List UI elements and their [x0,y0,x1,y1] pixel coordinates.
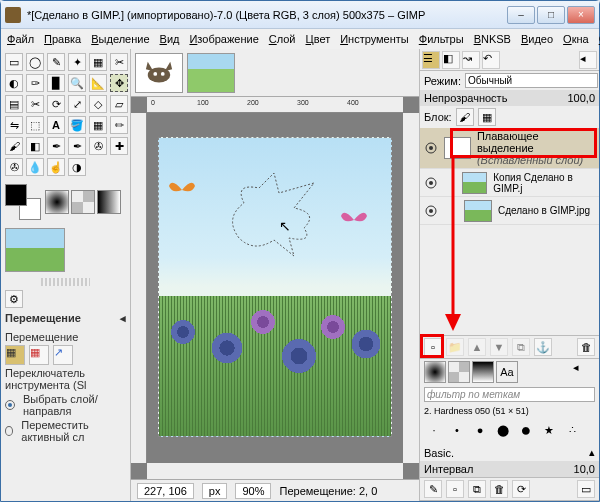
menu-tools[interactable]: Инструменты [340,33,409,45]
layer-group-button[interactable]: 📁 [446,338,464,356]
menu-view[interactable]: Вид [160,33,180,45]
radio-pick-layer[interactable] [5,400,15,410]
tool-picker[interactable]: ▉ [47,74,65,92]
brush-refresh-button[interactable]: ⟳ [512,480,530,498]
menu-windows[interactable]: Окна [563,33,589,45]
close-button[interactable]: × [567,6,595,24]
tool-crop[interactable]: ✂ [26,95,44,113]
tool-pencil[interactable]: ✏ [110,116,128,134]
brush-new-button[interactable]: ▫ [446,480,464,498]
tool-move[interactable]: ✥ [110,74,128,92]
lock-pixels-icon[interactable]: 🖌 [456,108,474,126]
active-brush[interactable] [45,190,69,214]
lock-alpha-icon[interactable]: ▦ [478,108,496,126]
tool-flip[interactable]: ⇋ [5,116,23,134]
tool-pclone[interactable]: ✇ [5,158,23,176]
tool-blur[interactable]: 💧 [26,158,44,176]
layer-down-button[interactable]: ▼ [490,338,508,356]
tool-scissors[interactable]: ✂ [110,53,128,71]
brush-dup-button[interactable]: ⧉ [468,480,486,498]
active-image-thumb[interactable] [5,228,65,272]
menu-select[interactable]: Выделение [91,33,149,45]
tool-foreground[interactable]: ◐ [5,74,23,92]
tool-by-color[interactable]: ▦ [89,53,107,71]
active-gradient[interactable] [97,190,121,214]
tool-free-select[interactable]: ✎ [47,53,65,71]
scrollbar-vertical[interactable] [403,113,419,463]
tab-undo-icon[interactable]: ↶ [482,51,500,69]
tool-scale[interactable]: ⤢ [68,95,86,113]
collapse-icon[interactable]: ▴ [589,446,595,459]
layer-floating[interactable]: Плавающее выделение(Вставленный слой) [420,128,599,169]
brush-edit-button[interactable]: ✎ [424,480,442,498]
brush-group[interactable]: Basic. [424,447,454,459]
brush-filter-input[interactable] [424,387,595,402]
brush-grid[interactable]: ·•●⬤●★ ∴░▒✦❋✺ [420,418,599,444]
panel-menu-icon[interactable]: ◂ [579,51,597,69]
eye-icon[interactable] [424,204,438,218]
move-selection-icon[interactable]: ▦ [29,345,49,365]
menu-filters[interactable]: Фильтры [419,33,464,45]
menu-image[interactable]: Изображение [189,33,258,45]
tool-ellipse-select[interactable]: ◯ [26,53,44,71]
tool-fuzzy-select[interactable]: ✦ [68,53,86,71]
tab-gradients-icon[interactable] [472,361,494,383]
tool-airbrush[interactable]: ✒ [47,137,65,155]
canvas[interactable]: ↖ [147,113,403,463]
tab-layers-icon[interactable]: ☰ [422,51,440,69]
tab-channels-icon[interactable]: ◧ [442,51,460,69]
menu-color[interactable]: Цвет [306,33,331,45]
tool-clone[interactable]: ✇ [89,137,107,155]
layer-up-button[interactable]: ▲ [468,338,486,356]
tool-ink[interactable]: ✒ [68,137,86,155]
tab-brushes-icon[interactable] [424,361,446,383]
tool-blend[interactable]: ▦ [89,116,107,134]
layer-base[interactable]: Сделано в GIMP.jpg [420,197,599,225]
tab-tool-options[interactable]: ⚙ [5,290,23,308]
menu-bnksb[interactable]: BNKSB [474,33,511,45]
tool-smudge[interactable]: ☝ [47,158,65,176]
menu-edit[interactable]: Правка [44,33,81,45]
status-zoom[interactable]: 90% [235,483,271,499]
move-path-icon[interactable]: ↗ [53,345,73,365]
tool-cage[interactable]: ⬚ [26,116,44,134]
tool-bucket[interactable]: 🪣 [68,116,86,134]
maximize-button[interactable]: □ [537,6,565,24]
layer-delete-button[interactable]: 🗑 [577,338,595,356]
tool-paths[interactable]: ✑ [26,74,44,92]
tool-heal[interactable]: ✚ [110,137,128,155]
radio-move-active[interactable] [5,426,13,436]
tool-measure[interactable]: 📐 [89,74,107,92]
tool-rect-select[interactable]: ▭ [5,53,23,71]
status-unit[interactable]: px [202,483,228,499]
brush-open-button[interactable]: ▭ [577,480,595,498]
tool-zoom[interactable]: 🔍 [68,74,86,92]
menu-video[interactable]: Видео [521,33,553,45]
tool-align[interactable]: ▤ [5,95,23,113]
scrollbar-horizontal[interactable] [147,463,403,479]
tab-fonts-icon[interactable]: Aa [496,361,518,383]
tool-perspective[interactable]: ▱ [110,95,128,113]
dock-handle[interactable] [41,278,90,286]
mode-select[interactable] [465,73,598,88]
opacity-value[interactable]: 100,0 [567,92,595,104]
options-menu-icon[interactable]: ◂ [120,312,126,325]
brush-menu-icon[interactable]: ◂ [573,361,595,383]
tool-eraser[interactable]: ◧ [26,137,44,155]
image-tab-flowers[interactable] [187,53,235,93]
layer-copy[interactable]: Копия Сделано в GIMP.j [420,169,599,197]
spacing-value[interactable]: 10,0 [574,463,595,475]
eye-icon[interactable] [424,176,437,190]
image-tab-wilber[interactable] [135,53,183,93]
fg-bg-swatch[interactable] [5,184,41,220]
active-pattern[interactable] [71,190,95,214]
tool-rotate[interactable]: ⟳ [47,95,65,113]
tool-brush[interactable]: 🖌 [5,137,23,155]
brush-del-button[interactable]: 🗑 [490,480,508,498]
tab-paths-icon[interactable]: ↝ [462,51,480,69]
minimize-button[interactable]: – [507,6,535,24]
menu-layer[interactable]: Слой [269,33,296,45]
layer-anchor-button[interactable]: ⚓ [534,338,552,356]
tool-dodge[interactable]: ◑ [68,158,86,176]
tool-text[interactable]: A [47,116,65,134]
